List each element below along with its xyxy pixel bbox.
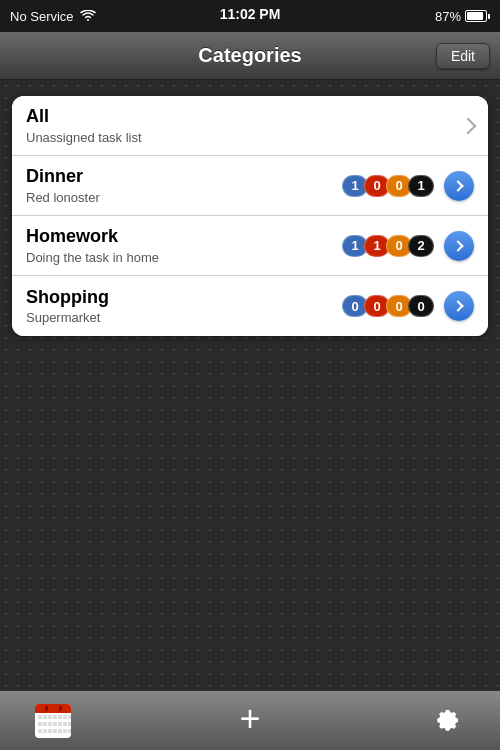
- tab-bar: +: [0, 690, 500, 750]
- battery-percent: 87%: [435, 9, 461, 24]
- calendar-icon: [35, 704, 71, 738]
- badge-black: 2: [408, 235, 434, 257]
- category-right: 1 0 0 1: [342, 171, 474, 201]
- category-right: 0 0 0 0: [342, 291, 474, 321]
- edit-button[interactable]: Edit: [436, 43, 490, 69]
- list-item[interactable]: Dinner Red lonoster 1 0 0 1: [12, 156, 488, 216]
- detail-button[interactable]: [444, 291, 474, 321]
- chevron-right-icon: [460, 117, 477, 134]
- nav-bar: Categories Edit: [0, 32, 500, 80]
- status-time: 11:02 PM: [220, 6, 281, 22]
- category-text: Dinner Red lonoster: [26, 166, 342, 205]
- category-subtitle: Doing the task in home: [26, 250, 342, 265]
- status-left: No Service: [10, 9, 96, 24]
- category-text: Shopping Supermarket: [26, 287, 342, 326]
- category-name: Homework: [26, 226, 342, 248]
- wifi-icon: [80, 10, 96, 22]
- nav-title: Categories: [198, 44, 301, 67]
- signal-text: No Service: [10, 9, 74, 24]
- category-right: [458, 120, 474, 132]
- categories-list: All Unassigned task list Dinner Red lono…: [12, 96, 488, 336]
- category-subtitle: Red lonoster: [26, 190, 342, 205]
- chevron-right-icon: [452, 300, 463, 311]
- category-text: Homework Doing the task in home: [26, 226, 342, 265]
- category-right: 1 1 0 2: [342, 231, 474, 261]
- badges: 1 1 0 2: [342, 235, 434, 257]
- category-text: All Unassigned task list: [26, 106, 458, 145]
- category-name: Dinner: [26, 166, 342, 188]
- badge-black: 1: [408, 175, 434, 197]
- category-name: All: [26, 106, 458, 128]
- add-button[interactable]: +: [227, 696, 273, 742]
- list-item[interactable]: Homework Doing the task in home 1 1 0 2: [12, 216, 488, 276]
- status-right: 87%: [435, 9, 490, 24]
- category-subtitle: Supermarket: [26, 310, 342, 325]
- chevron-right-icon: [452, 240, 463, 251]
- badges: 1 0 0 1: [342, 175, 434, 197]
- gear-icon: [430, 704, 464, 738]
- category-name: Shopping: [26, 287, 342, 309]
- detail-button[interactable]: [444, 171, 474, 201]
- chevron-right-icon: [452, 180, 463, 191]
- list-item[interactable]: Shopping Supermarket 0 0 0 0: [12, 276, 488, 336]
- list-item[interactable]: All Unassigned task list: [12, 96, 488, 156]
- main-content: All Unassigned task list Dinner Red lono…: [0, 80, 500, 690]
- status-bar: No Service 11:02 PM 87%: [0, 0, 500, 32]
- category-subtitle: Unassigned task list: [26, 130, 458, 145]
- detail-button[interactable]: [444, 231, 474, 261]
- battery-icon: [465, 10, 490, 22]
- settings-tab[interactable]: [424, 698, 470, 744]
- badges: 0 0 0 0: [342, 295, 434, 317]
- calendar-tab[interactable]: [30, 698, 76, 744]
- badge-black: 0: [408, 295, 434, 317]
